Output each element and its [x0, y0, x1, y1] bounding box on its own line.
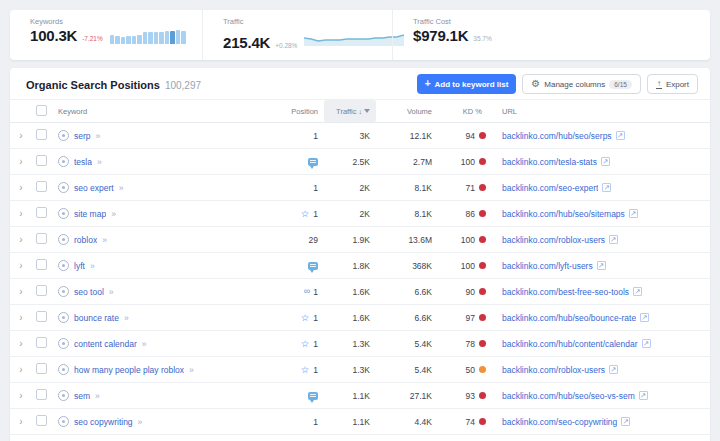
row-expand-chevron[interactable]: ›: [10, 417, 32, 427]
table-row[interactable]: ›bounce rate»☆11.6K6.6K97backlinko.com/h…: [10, 305, 710, 331]
open-keyword-icon[interactable]: »: [111, 209, 116, 219]
external-link-icon[interactable]: ↗: [609, 365, 618, 374]
row-checkbox[interactable]: [36, 181, 47, 192]
open-keyword-icon[interactable]: »: [109, 287, 114, 297]
keyword-link[interactable]: sem: [74, 391, 90, 401]
row-checkbox[interactable]: [36, 285, 47, 296]
url-link[interactable]: backlinko.com/hub/seo/bounce-rate: [502, 313, 636, 323]
row-expand-chevron[interactable]: ›: [10, 183, 32, 193]
open-keyword-icon[interactable]: »: [95, 391, 100, 401]
url-link[interactable]: backlinko.com/seo-expert: [502, 183, 598, 193]
url-link[interactable]: backlinko.com/roblox-users: [502, 235, 605, 245]
keyword-link[interactable]: tesla: [74, 157, 92, 167]
keyword-link[interactable]: how many people play roblox: [74, 365, 184, 375]
kd-column-header[interactable]: KD %: [438, 107, 488, 116]
table-row[interactable]: ›serp»13K12.1K94backlinko.com/hub/seo/se…: [10, 123, 710, 149]
row-checkbox[interactable]: [36, 311, 47, 322]
keyword-link[interactable]: seo copywriting: [74, 417, 133, 427]
row-expand-chevron[interactable]: ›: [10, 365, 32, 375]
external-link-icon[interactable]: ↗: [642, 339, 651, 348]
external-link-icon[interactable]: ↗: [633, 287, 642, 296]
traffic-column-header[interactable]: Traffic ↓: [324, 100, 376, 122]
open-keyword-icon[interactable]: »: [96, 131, 101, 141]
traffic-cell: 1.6K: [324, 313, 376, 323]
keyword-link[interactable]: serp: [74, 131, 91, 141]
url-link[interactable]: backlinko.com/seo-copywriting: [502, 417, 617, 427]
export-button[interactable]: ↑ Export: [647, 74, 698, 94]
keyword-link[interactable]: lyft: [74, 261, 85, 271]
external-link-icon[interactable]: ↗: [609, 235, 618, 244]
url-link[interactable]: backlinko.com/tesla-stats: [502, 157, 597, 167]
keyword-column-header[interactable]: Keyword: [58, 107, 250, 116]
row-checkbox[interactable]: [36, 233, 47, 244]
row-checkbox[interactable]: [36, 363, 47, 374]
external-link-icon[interactable]: ↗: [621, 417, 630, 426]
row-expand-chevron[interactable]: ›: [10, 157, 32, 167]
external-link-icon[interactable]: ↗: [601, 157, 610, 166]
kd-difficulty-dot: [479, 132, 486, 139]
table-row[interactable]: ›lyft»1.8K368K100backlinko.com/lyft-user…: [10, 253, 710, 279]
url-link[interactable]: backlinko.com/hub/seo/serps: [502, 131, 612, 141]
open-keyword-icon[interactable]: »: [124, 313, 129, 323]
keyword-link[interactable]: bounce rate: [74, 313, 119, 323]
open-keyword-icon[interactable]: »: [189, 365, 194, 375]
open-keyword-icon[interactable]: »: [138, 417, 143, 427]
manage-columns-button[interactable]: ⚙ Manage columns 6/15: [522, 74, 641, 94]
url-column-header[interactable]: URL: [488, 107, 710, 116]
url-link[interactable]: backlinko.com/best-free-seo-tools: [502, 287, 629, 297]
row-checkbox[interactable]: [36, 129, 47, 140]
row-expand-chevron[interactable]: ›: [10, 313, 32, 323]
url-link[interactable]: backlinko.com/hub/content/calendar: [502, 339, 638, 349]
open-keyword-icon[interactable]: »: [102, 235, 107, 245]
url-link[interactable]: backlinko.com/lyft-users: [502, 261, 593, 271]
table-row[interactable]: ›seo tool»∞11.6K6.6K90backlinko.com/best…: [10, 279, 710, 305]
table-row[interactable]: ›content calendar»☆11.3K5.4K78backlinko.…: [10, 331, 710, 357]
volume-cell: 8.1K: [376, 183, 438, 193]
table-row[interactable]: ›seo expert»12K8.1K71backlinko.com/seo-e…: [10, 175, 710, 201]
row-checkbox[interactable]: [36, 337, 47, 348]
external-link-icon[interactable]: ↗: [597, 261, 606, 270]
row-checkbox[interactable]: [36, 207, 47, 218]
keyword-link[interactable]: content calendar: [74, 339, 137, 349]
row-checkbox[interactable]: [36, 259, 47, 270]
open-keyword-icon[interactable]: »: [97, 157, 102, 167]
open-keyword-icon[interactable]: »: [142, 339, 147, 349]
keyword-link[interactable]: seo tool: [74, 287, 104, 297]
table-row[interactable]: ›roblox»291.9K13.6M100backlinko.com/robl…: [10, 227, 710, 253]
row-expand-chevron[interactable]: ›: [10, 287, 32, 297]
select-all-checkbox[interactable]: [36, 105, 47, 116]
external-link-icon[interactable]: ↗: [640, 313, 649, 322]
table-row[interactable]: ›how many people play roblox»☆11.3K5.4K5…: [10, 357, 710, 383]
table-row[interactable]: ›site map»☆12K8.1K86backlinko.com/hub/se…: [10, 201, 710, 227]
url-link[interactable]: backlinko.com/roblox-users: [502, 365, 605, 375]
external-link-icon[interactable]: ↗: [602, 183, 611, 192]
row-expand-chevron[interactable]: ›: [10, 261, 32, 271]
row-expand-chevron[interactable]: ›: [10, 131, 32, 141]
row-expand-chevron[interactable]: ›: [10, 339, 32, 349]
traffic-stat: Traffic 215.4K +0.28%: [202, 10, 392, 60]
position-column-header[interactable]: Position: [250, 107, 324, 116]
table-row[interactable]: ›seo copywriting»11.1K4.4K74backlinko.co…: [10, 409, 710, 435]
row-expand-chevron[interactable]: ›: [10, 235, 32, 245]
table-row[interactable]: ›technical seo»☆11.1K4.6K89backlinko.com…: [10, 435, 710, 441]
row-expand-chevron[interactable]: ›: [10, 391, 32, 401]
external-link-icon[interactable]: ↗: [629, 209, 638, 218]
volume-cell: 6.6K: [376, 313, 438, 323]
table-row[interactable]: ›tesla»2.5K2.7M100backlinko.com/tesla-st…: [10, 149, 710, 175]
volume-column-header[interactable]: Volume: [376, 107, 438, 116]
row-checkbox[interactable]: [36, 389, 47, 400]
row-expand-chevron[interactable]: ›: [10, 209, 32, 219]
open-keyword-icon[interactable]: »: [119, 183, 124, 193]
url-link[interactable]: backlinko.com/hub/seo/seo-vs-sem: [502, 391, 635, 401]
keyword-link[interactable]: roblox: [74, 235, 97, 245]
keyword-link[interactable]: site map: [74, 209, 106, 219]
table-row[interactable]: ›sem»1.1K27.1K93backlinko.com/hub/seo/se…: [10, 383, 710, 409]
row-checkbox[interactable]: [36, 155, 47, 166]
external-link-icon[interactable]: ↗: [639, 391, 648, 400]
add-to-keyword-list-button[interactable]: + Add to keyword list: [417, 74, 517, 94]
external-link-icon[interactable]: ↗: [616, 131, 625, 140]
row-checkbox[interactable]: [36, 415, 47, 426]
url-link[interactable]: backlinko.com/hub/seo/sitemaps: [502, 209, 625, 219]
keyword-link[interactable]: seo expert: [74, 183, 114, 193]
open-keyword-icon[interactable]: »: [90, 261, 95, 271]
